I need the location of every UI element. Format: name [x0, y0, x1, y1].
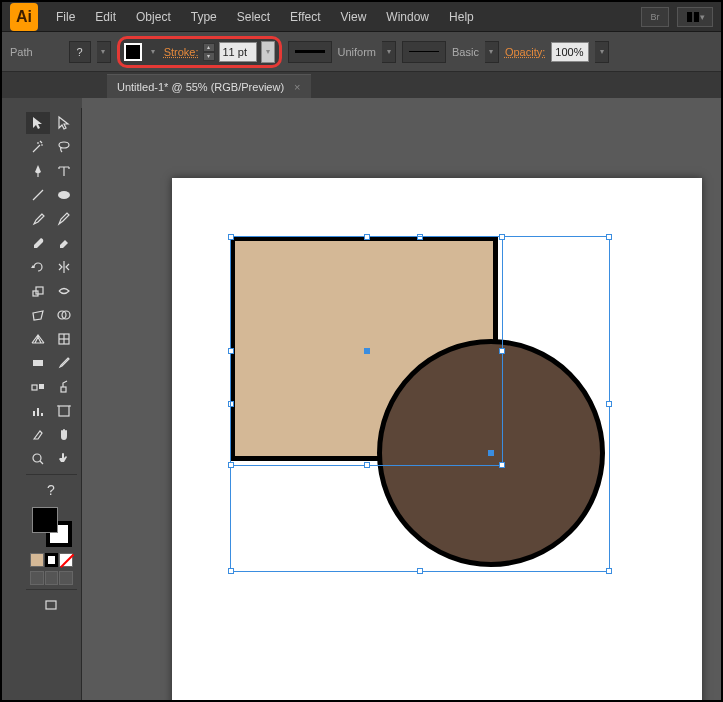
- selection-type-label: Path: [10, 46, 33, 58]
- selection-handle[interactable]: [606, 568, 612, 574]
- anchor-point[interactable]: [499, 234, 505, 240]
- menu-file[interactable]: File: [46, 10, 85, 24]
- opacity-input[interactable]: [551, 42, 589, 62]
- menu-type[interactable]: Type: [181, 10, 227, 24]
- color-mode-swatches: [30, 553, 73, 567]
- rotate-tool[interactable]: [26, 256, 50, 278]
- menu-view[interactable]: View: [331, 10, 377, 24]
- pencil-tool[interactable]: [52, 208, 76, 230]
- profile-dropdown[interactable]: [382, 41, 396, 63]
- ellipse-tool[interactable]: [52, 184, 76, 206]
- mesh-tool[interactable]: [52, 328, 76, 350]
- blob-brush-tool[interactable]: [26, 232, 50, 254]
- color-swatch[interactable]: [30, 553, 44, 567]
- selection-handle[interactable]: [417, 568, 423, 574]
- free-transform-tool[interactable]: [26, 304, 50, 326]
- menu-object[interactable]: Object: [126, 10, 181, 24]
- fill-color-box[interactable]: [32, 507, 58, 533]
- magic-wand-tool[interactable]: [26, 136, 50, 158]
- bridge-button[interactable]: Br: [641, 7, 669, 27]
- blend-tool[interactable]: [26, 376, 50, 398]
- arrange-button[interactable]: ▾: [677, 7, 713, 27]
- stroke-color-swatch[interactable]: [124, 43, 142, 61]
- svg-rect-13: [33, 360, 43, 366]
- line-tool[interactable]: [26, 184, 50, 206]
- eyedropper-tool[interactable]: [52, 352, 76, 374]
- shape-builder-tool[interactable]: [52, 304, 76, 326]
- width-tool[interactable]: [52, 280, 76, 302]
- perspective-grid-tool[interactable]: [26, 328, 50, 350]
- pen-tool[interactable]: [26, 160, 50, 182]
- svg-rect-17: [33, 411, 35, 416]
- anchor-point[interactable]: [228, 348, 234, 354]
- stroke-weight-input[interactable]: [219, 42, 257, 62]
- direct-selection-tool[interactable]: [52, 112, 76, 134]
- anchor-point[interactable]: [228, 462, 234, 468]
- zoom-tool[interactable]: [26, 448, 50, 470]
- draw-normal-icon[interactable]: [30, 571, 44, 585]
- stroke-color-dropdown[interactable]: [146, 41, 160, 63]
- anchor-point[interactable]: [364, 234, 370, 240]
- draw-inside-icon[interactable]: [59, 571, 73, 585]
- brush-dropdown[interactable]: [485, 41, 499, 63]
- print-tiling-tool[interactable]: [52, 448, 76, 470]
- stroke-spinner[interactable]: ▴▾: [203, 43, 215, 61]
- anchor-point[interactable]: [228, 234, 234, 240]
- scale-tool[interactable]: [26, 280, 50, 302]
- none-swatch[interactable]: [59, 553, 73, 567]
- document-tab-bar: Untitled-1* @ 55% (RGB/Preview) ×: [2, 72, 721, 98]
- canvas-area[interactable]: [82, 98, 721, 700]
- brush-preview: [402, 41, 446, 63]
- symbol-sprayer-tool[interactable]: [52, 376, 76, 398]
- artboard: [172, 178, 702, 700]
- reflect-tool[interactable]: [52, 256, 76, 278]
- svg-rect-18: [37, 408, 39, 416]
- main-area: ?: [2, 98, 721, 700]
- document-tab[interactable]: Untitled-1* @ 55% (RGB/Preview) ×: [107, 74, 311, 98]
- menu-effect[interactable]: Effect: [280, 10, 330, 24]
- menu-select[interactable]: Select: [227, 10, 280, 24]
- anchor-point[interactable]: [364, 462, 370, 468]
- menu-bar: Ai File Edit Object Type Select Effect V…: [2, 2, 721, 32]
- type-tool[interactable]: [52, 160, 76, 182]
- opacity-dropdown[interactable]: [595, 41, 609, 63]
- selection-handle[interactable]: [606, 401, 612, 407]
- screen-mode-button[interactable]: [26, 594, 76, 616]
- menu-edit[interactable]: Edit: [85, 10, 126, 24]
- artboard-tool[interactable]: [52, 400, 76, 422]
- center-point: [488, 450, 494, 456]
- document-tab-title: Untitled-1* @ 55% (RGB/Preview): [117, 81, 284, 93]
- opacity-label[interactable]: Opacity:: [505, 46, 545, 58]
- gradient-tool[interactable]: [26, 352, 50, 374]
- menu-help[interactable]: Help: [439, 10, 484, 24]
- unknown-tool[interactable]: ?: [26, 479, 76, 501]
- document-tab-close-icon[interactable]: ×: [294, 81, 300, 93]
- eraser-tool[interactable]: [52, 232, 76, 254]
- stroke-weight-dropdown[interactable]: [261, 41, 275, 63]
- stroke-weight-label[interactable]: Stroke:: [164, 46, 199, 58]
- paintbrush-tool[interactable]: [26, 208, 50, 230]
- center-point: [364, 348, 370, 354]
- svg-rect-25: [46, 601, 56, 609]
- column-graph-tool[interactable]: [26, 400, 50, 422]
- brush-label: Basic: [452, 46, 479, 58]
- fill-dropdown[interactable]: [97, 41, 111, 63]
- slice-tool[interactable]: [26, 424, 50, 446]
- gradient-swatch[interactable]: [45, 553, 59, 567]
- draw-behind-icon[interactable]: [45, 571, 59, 585]
- anchor-point[interactable]: [499, 462, 505, 468]
- selection-handle[interactable]: [228, 568, 234, 574]
- svg-point-5: [58, 191, 70, 199]
- hand-tool[interactable]: [52, 424, 76, 446]
- stroke-controls-highlight: Stroke: ▴▾: [117, 36, 282, 68]
- lasso-tool[interactable]: [52, 136, 76, 158]
- selection-handle[interactable]: [606, 234, 612, 240]
- fill-help-button[interactable]: ?: [69, 41, 91, 63]
- svg-point-23: [33, 454, 41, 462]
- anchor-point[interactable]: [499, 348, 505, 354]
- fill-stroke-indicator[interactable]: [32, 507, 72, 547]
- svg-rect-0: [687, 12, 692, 22]
- selection-tool[interactable]: [26, 112, 50, 134]
- svg-rect-19: [41, 413, 43, 416]
- menu-window[interactable]: Window: [376, 10, 439, 24]
